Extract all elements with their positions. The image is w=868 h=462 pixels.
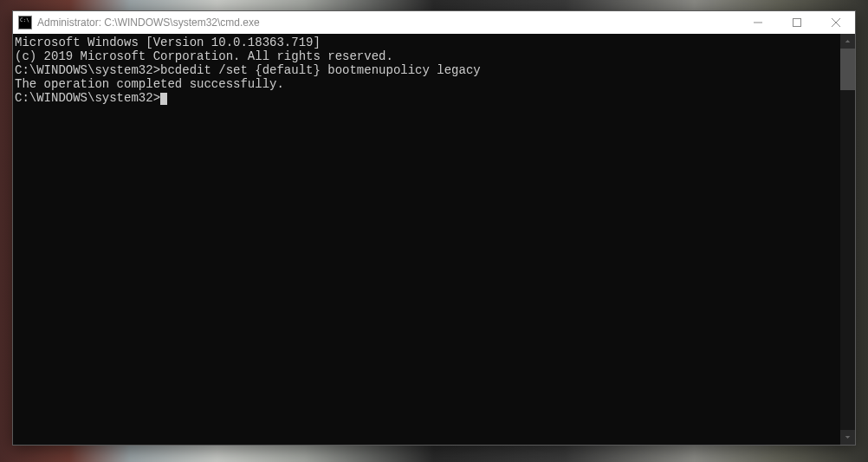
cursor [160, 93, 167, 105]
prompt: C:\WINDOWS\system32> [15, 63, 160, 77]
terminal-line: Microsoft Windows [Version 10.0.18363.71… [15, 36, 840, 49]
maximize-icon [793, 18, 801, 27]
titlebar[interactable]: Administrator: C:\WINDOWS\system32\cmd.e… [13, 11, 855, 34]
chevron-up-icon [845, 38, 851, 44]
scrollbar-track[interactable] [840, 49, 855, 430]
minimize-button[interactable] [738, 11, 777, 34]
terminal-line: The operation completed successfully. [15, 77, 840, 91]
vertical-scrollbar[interactable] [840, 34, 855, 445]
scroll-down-button[interactable] [840, 430, 855, 445]
close-icon [832, 18, 840, 27]
scroll-up-button[interactable] [840, 34, 855, 49]
chevron-down-icon [845, 434, 851, 440]
terminal-line: C:\WINDOWS\system32> [15, 91, 840, 105]
client-area: Microsoft Windows [Version 10.0.18363.71… [13, 34, 855, 445]
close-button[interactable] [816, 11, 855, 34]
terminal-line: C:\WINDOWS\system32>bcdedit /set {defaul… [15, 63, 840, 77]
cmd-icon [18, 16, 32, 29]
terminal-output[interactable]: Microsoft Windows [Version 10.0.18363.71… [13, 34, 840, 445]
terminal-line: (c) 2019 Microsoft Corporation. All righ… [15, 49, 840, 63]
minimize-icon [754, 18, 762, 27]
prompt: C:\WINDOWS\system32> [15, 91, 160, 105]
maximize-button[interactable] [777, 11, 816, 34]
scrollbar-thumb[interactable] [840, 49, 855, 90]
window-title: Administrator: C:\WINDOWS\system32\cmd.e… [37, 16, 260, 29]
svg-rect-1 [793, 19, 800, 27]
command-text: bcdedit /set {default} bootmenupolicy le… [160, 63, 481, 77]
cmd-window: Administrator: C:\WINDOWS\system32\cmd.e… [12, 10, 856, 446]
